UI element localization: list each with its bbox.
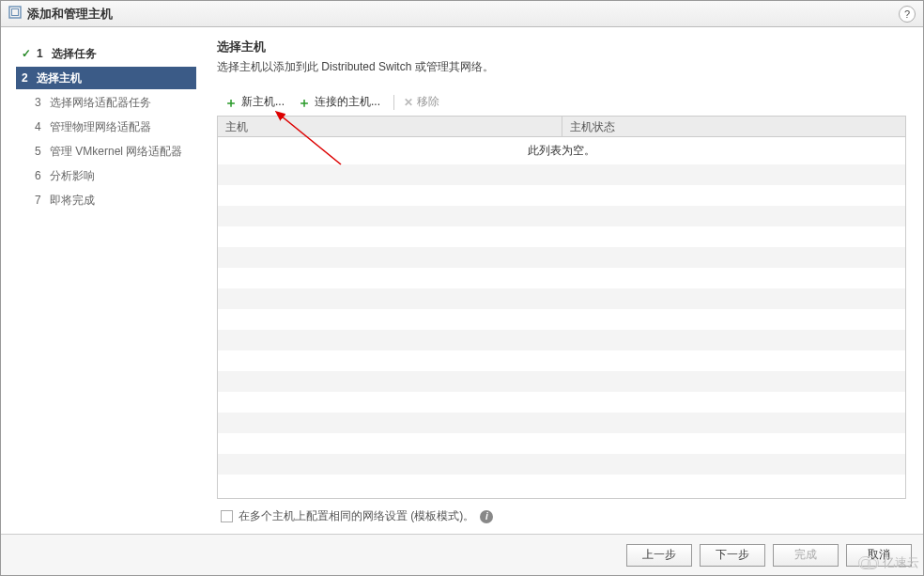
connected-host-button[interactable]: ＋ 连接的主机...	[294, 92, 384, 112]
title-bar: 添加和管理主机 ?	[1, 1, 923, 27]
svg-rect-0	[9, 7, 21, 18]
table-row	[218, 206, 905, 226]
step-label: 选择任务	[52, 46, 97, 62]
plus-icon: ＋	[298, 96, 311, 109]
table-row	[218, 330, 905, 350]
step-3: 3 选择网络适配器任务	[16, 91, 196, 114]
new-host-button[interactable]: ＋ 新主机...	[221, 92, 288, 112]
info-icon[interactable]: i	[480, 510, 493, 523]
plus-icon: ＋	[224, 96, 238, 109]
step-num: 6	[35, 169, 48, 182]
toolbar-divider	[393, 95, 394, 110]
finish-button: 完成	[773, 544, 839, 567]
table-header: 主机 主机状态	[218, 117, 905, 137]
table-row	[218, 433, 905, 454]
step-label: 分析影响	[50, 168, 95, 184]
connected-host-label: 连接的主机...	[315, 94, 380, 110]
table-row	[218, 413, 905, 433]
remove-icon: ✕	[404, 96, 413, 109]
table-row	[218, 392, 905, 413]
hosts-table: 主机 主机状态 此列表为空。	[217, 116, 906, 499]
table-row	[218, 288, 905, 309]
step-7: 7 即将完成	[16, 189, 196, 211]
remove-button: ✕ 移除	[404, 94, 439, 110]
main-pane: 选择主机 选择主机以添加到此 Distributed Switch 或管理其网络…	[206, 27, 923, 534]
dialog-body: ✓ 1 选择任务 2 选择主机 3 选择网络适配器任务 4 管理物理网络适配器	[1, 27, 923, 534]
step-4: 4 管理物理网络适配器	[16, 116, 196, 138]
app-icon	[8, 6, 22, 22]
back-button[interactable]: 上一步	[626, 544, 692, 567]
table-row	[218, 371, 905, 392]
table-row	[218, 164, 905, 185]
step-num: 4	[35, 120, 48, 133]
footer-buttons: 上一步 下一步 完成 取消	[1, 534, 923, 575]
step-num: 1	[37, 47, 50, 60]
step-label: 选择网络适配器任务	[50, 95, 151, 111]
step-num: 2	[22, 71, 35, 85]
next-button[interactable]: 下一步	[700, 544, 765, 567]
template-mode-checkbox[interactable]	[221, 510, 233, 522]
wizard-sidebar: ✓ 1 选择任务 2 选择主机 3 选择网络适配器任务 4 管理物理网络适配器	[1, 27, 206, 534]
step-num: 7	[35, 194, 48, 207]
svg-rect-1	[12, 9, 19, 16]
dialog-title: 添加和管理主机	[27, 6, 899, 23]
help-button[interactable]: ?	[899, 6, 916, 23]
table-row	[218, 226, 905, 247]
step-label: 选择主机	[37, 70, 82, 86]
cancel-button[interactable]: 取消	[846, 544, 912, 567]
table-row	[218, 247, 905, 268]
step-1[interactable]: ✓ 1 选择任务	[16, 42, 196, 65]
step-2[interactable]: 2 选择主机	[16, 67, 196, 89]
template-mode-label: 在多个主机上配置相同的网络设置 (模板模式)。	[239, 508, 474, 524]
table-row	[218, 350, 905, 371]
toolbar: ＋ 新主机... ＋ 连接的主机... ✕ 移除	[217, 92, 906, 112]
table-row	[218, 268, 905, 288]
table-row	[218, 185, 905, 206]
step-label: 即将完成	[50, 193, 95, 209]
table-row	[218, 475, 905, 495]
page-title: 选择主机	[217, 39, 906, 55]
step-num: 3	[35, 96, 48, 109]
new-host-label: 新主机...	[241, 94, 285, 110]
page-desc: 选择主机以添加到此 Distributed Switch 或管理其网络。	[217, 59, 906, 75]
col-host[interactable]: 主机	[218, 117, 562, 136]
empty-message: 此列表为空。	[218, 137, 905, 164]
check-icon: ✓	[22, 47, 31, 60]
step-label: 管理物理网络适配器	[50, 119, 151, 135]
step-6: 6 分析影响	[16, 164, 196, 187]
table-body: 此列表为空。	[218, 137, 905, 498]
col-status[interactable]: 主机状态	[562, 117, 906, 136]
step-label: 管理 VMkernel 网络适配器	[50, 144, 182, 160]
step-num: 5	[35, 145, 48, 158]
table-row	[218, 454, 905, 475]
template-mode-option: 在多个主机上配置相同的网络设置 (模板模式)。 i	[217, 499, 906, 534]
remove-label: 移除	[417, 94, 439, 110]
wizard-dialog: 添加和管理主机 ? ✓ 1 选择任务 2 选择主机 3 选择网络适配器任务 4	[0, 0, 924, 576]
table-row	[218, 309, 905, 330]
step-5: 5 管理 VMkernel 网络适配器	[16, 140, 196, 163]
